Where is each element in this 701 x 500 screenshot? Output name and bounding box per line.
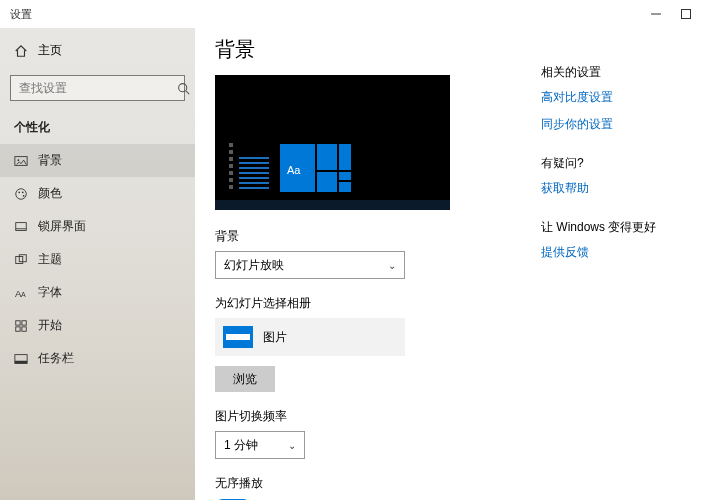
dropdown-value: 幻灯片放映 <box>224 257 284 274</box>
search-box[interactable] <box>10 75 185 101</box>
feedback-heading: 让 Windows 变得更好 <box>541 219 681 236</box>
taskbar-icon <box>14 352 28 366</box>
interval-label: 图片切换频率 <box>215 408 541 425</box>
home-label: 主页 <box>38 42 62 59</box>
svg-point-9 <box>23 194 25 196</box>
svg-point-6 <box>16 188 27 199</box>
svg-rect-17 <box>22 320 26 324</box>
svg-rect-21 <box>15 360 27 363</box>
home-icon <box>14 44 28 58</box>
get-help-link[interactable]: 获取帮助 <box>541 180 681 197</box>
folder-thumb-icon <box>223 326 253 348</box>
svg-rect-19 <box>22 326 26 330</box>
high-contrast-link[interactable]: 高对比度设置 <box>541 89 681 106</box>
svg-rect-10 <box>16 222 27 230</box>
search-input[interactable] <box>11 81 177 95</box>
album-label: 为幻灯片选择相册 <box>215 295 541 312</box>
svg-line-3 <box>186 90 189 93</box>
svg-rect-18 <box>16 326 20 330</box>
minimize-button[interactable] <box>641 0 671 28</box>
nav-label: 颜色 <box>38 185 62 202</box>
search-icon <box>177 82 190 95</box>
nav-item-themes[interactable]: 主题 <box>0 243 195 276</box>
svg-point-8 <box>22 191 24 193</box>
nav-label: 字体 <box>38 284 62 301</box>
nav-item-background[interactable]: 背景 <box>0 144 195 177</box>
background-preview: Aa <box>215 75 450 210</box>
svg-point-5 <box>18 159 20 161</box>
background-label: 背景 <box>215 228 541 245</box>
nav-label: 任务栏 <box>38 350 74 367</box>
nav-label: 开始 <box>38 317 62 334</box>
nav-item-fonts[interactable]: AA 字体 <box>0 276 195 309</box>
maximize-button[interactable] <box>671 0 701 28</box>
nav-section-title: 个性化 <box>0 115 195 144</box>
titlebar: 设置 <box>0 0 701 28</box>
preview-sample-text: Aa <box>287 164 300 176</box>
svg-text:A: A <box>21 290 26 297</box>
nav-label: 锁屏界面 <box>38 218 86 235</box>
svg-point-7 <box>18 191 20 193</box>
palette-icon <box>14 187 28 201</box>
home-link[interactable]: 主页 <box>0 36 195 65</box>
nav-item-start[interactable]: 开始 <box>0 309 195 342</box>
nav-item-colors[interactable]: 颜色 <box>0 177 195 210</box>
svg-rect-1 <box>682 10 691 19</box>
page-title: 背景 <box>215 36 541 63</box>
interval-dropdown[interactable]: 1 分钟 ⌄ <box>215 431 305 459</box>
dropdown-value: 1 分钟 <box>224 437 258 454</box>
shuffle-label: 无序播放 <box>215 475 541 492</box>
nav-item-lockscreen[interactable]: 锁屏界面 <box>0 210 195 243</box>
themes-icon <box>14 253 28 267</box>
sync-settings-link[interactable]: 同步你的设置 <box>541 116 681 133</box>
window-title: 设置 <box>10 7 32 22</box>
fonts-icon: AA <box>14 286 28 300</box>
album-selection[interactable]: 图片 <box>215 318 405 356</box>
album-name: 图片 <box>263 329 287 346</box>
picture-icon <box>14 154 28 168</box>
chevron-down-icon: ⌄ <box>388 260 396 271</box>
svg-rect-16 <box>16 320 20 324</box>
browse-button[interactable]: 浏览 <box>215 366 275 392</box>
nav-label: 主题 <box>38 251 62 268</box>
svg-point-2 <box>179 83 187 91</box>
sidebar: 主页 个性化 背景 颜色 锁屏界面 主题 AA 字体 <box>0 28 195 500</box>
nav-label: 背景 <box>38 152 62 169</box>
lockscreen-icon <box>14 220 28 234</box>
related-settings-heading: 相关的设置 <box>541 64 681 81</box>
start-icon <box>14 319 28 333</box>
nav-item-taskbar[interactable]: 任务栏 <box>0 342 195 375</box>
give-feedback-link[interactable]: 提供反馈 <box>541 244 681 261</box>
help-heading: 有疑问? <box>541 155 681 172</box>
chevron-down-icon: ⌄ <box>288 440 296 451</box>
background-dropdown[interactable]: 幻灯片放映 ⌄ <box>215 251 405 279</box>
